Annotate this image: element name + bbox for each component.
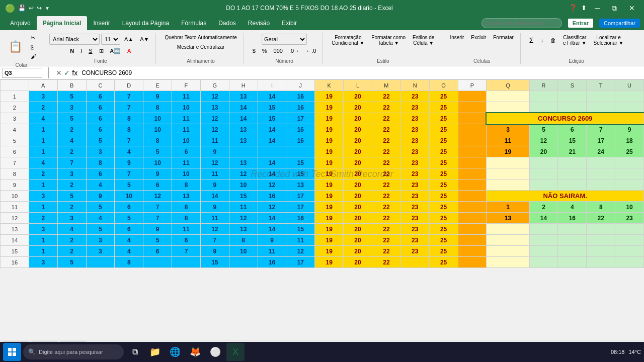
currency-button[interactable]: $ xyxy=(250,47,258,55)
cell[interactable]: 22 xyxy=(372,213,400,224)
cell[interactable]: 8 xyxy=(172,213,201,224)
cell[interactable] xyxy=(558,168,587,179)
cell[interactable]: 11 xyxy=(172,91,201,102)
cell[interactable] xyxy=(558,235,587,246)
cell[interactable]: 19 xyxy=(315,157,344,168)
row-header-8[interactable]: 8 xyxy=(1,168,29,179)
percent-button[interactable]: % xyxy=(260,47,270,55)
cell[interactable]: 8 xyxy=(172,202,201,213)
row-header-10[interactable]: 10 xyxy=(1,191,29,202)
cell[interactable]: 5 xyxy=(115,179,143,191)
cell[interactable]: 14 xyxy=(258,91,286,102)
cell[interactable]: 23 xyxy=(400,146,429,157)
increase-decimal-button[interactable]: .0→ xyxy=(287,47,302,55)
cell[interactable]: 6 xyxy=(86,168,115,179)
tab-arquivo[interactable]: Arquivo xyxy=(4,16,37,30)
cell[interactable]: 25 xyxy=(429,146,458,157)
row-header-6[interactable]: 6 xyxy=(1,146,29,157)
col-header-E[interactable]: E xyxy=(143,80,172,91)
file-explorer-button[interactable]: 📁 xyxy=(146,343,164,361)
col-header-P[interactable]: P xyxy=(458,80,487,91)
cell[interactable] xyxy=(487,235,529,246)
row-header-9[interactable]: 9 xyxy=(1,179,29,191)
cell[interactable]: 16 xyxy=(286,135,315,146)
cell[interactable]: 9 xyxy=(200,146,229,157)
cell[interactable]: 6 xyxy=(86,113,115,124)
cell[interactable]: 12 xyxy=(200,124,229,135)
cell[interactable]: 2 xyxy=(29,102,57,113)
quick-access-save[interactable]: 💾 xyxy=(18,5,26,12)
cell[interactable]: 6 xyxy=(86,124,115,135)
cell[interactable] xyxy=(458,213,487,224)
cell[interactable]: CONCURSO 2609 xyxy=(487,113,644,124)
cell[interactable]: 12 xyxy=(229,168,258,179)
cell[interactable]: 13 xyxy=(200,102,229,113)
cell[interactable]: 14 xyxy=(258,157,286,168)
cell[interactable]: 14 xyxy=(258,224,286,235)
clear-button[interactable]: 🗑 xyxy=(548,36,558,44)
cell[interactable]: 3 xyxy=(29,91,57,102)
cell[interactable]: 8 xyxy=(115,124,143,135)
cell[interactable]: 16 xyxy=(286,124,315,135)
cell[interactable]: 14 xyxy=(529,213,558,224)
cell[interactable]: 5 xyxy=(529,124,558,135)
task-view-button[interactable]: ⧉ xyxy=(126,343,144,361)
col-header-K[interactable]: K xyxy=(315,80,344,91)
cell[interactable] xyxy=(458,113,487,124)
col-header-A[interactable]: A xyxy=(29,80,57,91)
cell[interactable] xyxy=(558,179,587,191)
cell[interactable] xyxy=(487,246,529,257)
cell[interactable]: 11 xyxy=(258,246,286,257)
cell[interactable]: 1 xyxy=(29,146,57,157)
cell[interactable]: 23 xyxy=(615,213,644,224)
cell[interactable]: 4 xyxy=(86,179,115,191)
cell[interactable]: 25 xyxy=(429,213,458,224)
cell[interactable]: 11 xyxy=(487,135,529,146)
cell[interactable]: 19 xyxy=(315,257,344,268)
cell[interactable]: 23 xyxy=(400,135,429,146)
cell[interactable] xyxy=(558,246,587,257)
row-header-4[interactable]: 4 xyxy=(1,124,29,135)
decrease-font-button[interactable]: A▼ xyxy=(137,35,151,43)
cell[interactable]: 16 xyxy=(286,213,315,224)
col-header-B[interactable]: B xyxy=(57,80,86,91)
cell[interactable] xyxy=(487,157,529,168)
cell[interactable]: 25 xyxy=(615,146,644,157)
cell[interactable]: 5 xyxy=(57,191,86,202)
cell[interactable]: 25 xyxy=(429,124,458,135)
cell[interactable] xyxy=(529,102,558,113)
cell[interactable]: 1 xyxy=(29,124,57,135)
cell[interactable]: 4 xyxy=(115,146,143,157)
cell[interactable]: 2 xyxy=(57,124,86,135)
cell[interactable]: 15 xyxy=(229,191,258,202)
col-header-S[interactable]: S xyxy=(558,80,587,91)
tab-pagina-inicial[interactable]: Página Inicial xyxy=(37,16,88,30)
cell[interactable] xyxy=(615,257,644,268)
cell[interactable]: 19 xyxy=(315,235,344,246)
cell[interactable]: 25 xyxy=(429,246,458,257)
cell[interactable]: 14 xyxy=(200,191,229,202)
cell[interactable] xyxy=(229,146,258,157)
cell[interactable]: 9 xyxy=(143,224,172,235)
cell[interactable]: 7 xyxy=(57,157,86,168)
cell[interactable]: 17 xyxy=(286,191,315,202)
cell[interactable]: 23 xyxy=(400,213,429,224)
cell[interactable] xyxy=(587,157,615,168)
cell[interactable]: 23 xyxy=(400,102,429,113)
cell[interactable]: 19 xyxy=(315,202,344,213)
cell[interactable]: 19 xyxy=(315,168,344,179)
cell[interactable] xyxy=(615,102,644,113)
quick-access-more[interactable]: ▼ xyxy=(45,6,50,11)
cell[interactable]: 22 xyxy=(372,246,400,257)
cell[interactable]: 11 xyxy=(172,124,201,135)
cell[interactable] xyxy=(258,146,286,157)
cell[interactable]: 25 xyxy=(429,202,458,213)
cell[interactable]: 20 xyxy=(344,113,372,124)
cell[interactable]: 5 xyxy=(115,213,143,224)
cell[interactable]: 9 xyxy=(200,202,229,213)
cell[interactable]: 3 xyxy=(29,191,57,202)
cell[interactable]: 9 xyxy=(200,179,229,191)
format-button[interactable]: Formatar xyxy=(491,34,516,41)
cell[interactable] xyxy=(587,91,615,102)
cell[interactable]: 20 xyxy=(529,146,558,157)
